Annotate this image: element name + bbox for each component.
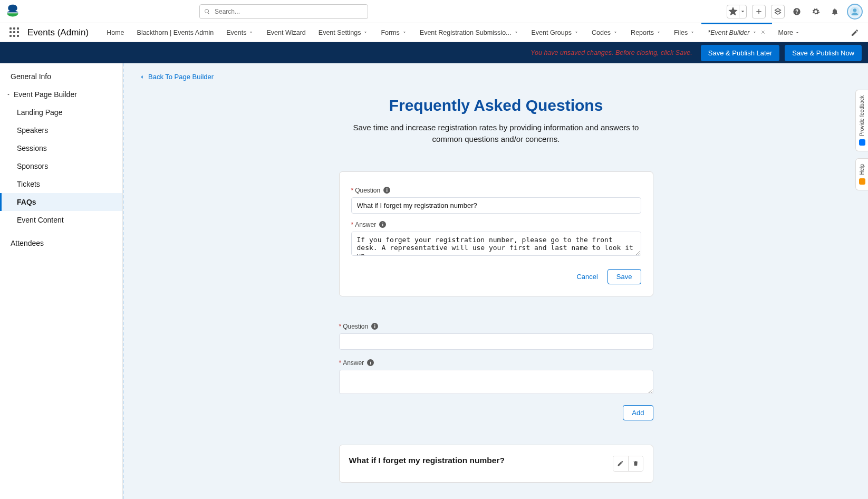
back-to-page-builder-link[interactable]: Back To Page Builder <box>139 73 853 81</box>
save-publish-later-button[interactable]: Save & Publish Later <box>701 45 779 61</box>
sidebar-item-tickets[interactable]: Tickets <box>0 175 122 193</box>
chevron-down-icon[interactable] <box>248 29 254 36</box>
setup-gear-icon[interactable] <box>809 5 823 18</box>
page-subtitle: Save time and increase registration rate… <box>349 122 644 145</box>
trash-icon <box>632 460 639 467</box>
feedback-icon <box>859 139 865 146</box>
builder-sidebar: General Info Event Page Builder Landing … <box>0 63 123 499</box>
nav-tabs: Home Blackthorn | Events Admin Events Ev… <box>100 23 843 42</box>
global-actions-icon[interactable] <box>752 5 766 18</box>
close-tab-icon[interactable] <box>760 29 766 36</box>
sidebar-item-sessions[interactable]: Sessions <box>0 139 122 157</box>
delete-faq-button[interactable] <box>628 456 643 471</box>
faq-edit-card: *Questioni *Answeri Cancel Save <box>339 171 653 296</box>
svg-point-1 <box>853 8 857 12</box>
help-tab[interactable]: Help <box>855 158 868 190</box>
chevron-down-icon[interactable] <box>574 29 579 36</box>
favorites-dropdown[interactable] <box>727 5 747 18</box>
unsaved-warning: You have unsaved changes. Before closing… <box>531 49 692 56</box>
header-utility-icons <box>727 4 863 20</box>
question-input[interactable] <box>351 197 641 214</box>
sidebar-item-faqs[interactable]: FAQs <box>0 193 122 211</box>
help-icon[interactable] <box>790 5 804 18</box>
answer-label: *Answeri <box>339 359 653 367</box>
main-content: Back To Page Builder Frequently Asked Qu… <box>123 63 868 499</box>
info-icon[interactable]: i <box>371 323 378 330</box>
nav-tab-registration-submissions[interactable]: Event Registration Submissio... <box>413 23 525 42</box>
answer-textarea[interactable] <box>351 232 641 256</box>
chevron-down-icon[interactable] <box>363 29 368 36</box>
chevron-down-icon[interactable] <box>613 29 618 36</box>
sidebar-item-sponsors[interactable]: Sponsors <box>0 157 122 175</box>
info-icon[interactable]: i <box>379 221 386 228</box>
action-bar: You have unsaved changes. Before closing… <box>0 42 868 63</box>
nav-tab-events-admin[interactable]: Blackthorn | Events Admin <box>131 23 220 42</box>
user-avatar[interactable] <box>847 4 863 20</box>
org-logo <box>5 3 20 20</box>
faq-question-text: What if I forget my registration number? <box>349 456 505 465</box>
app-name: Events (Admin) <box>27 27 89 38</box>
chevron-down-icon[interactable] <box>514 29 519 36</box>
save-publish-now-button[interactable]: Save & Publish Now <box>785 45 862 61</box>
answer-label: *Answeri <box>351 221 641 228</box>
answer-textarea[interactable] <box>339 370 653 394</box>
nav-tab-codes[interactable]: Codes <box>585 23 624 42</box>
nav-tab-more[interactable]: More <box>772 23 806 42</box>
edit-faq-button[interactable] <box>613 456 628 471</box>
faq-new-form: *Questioni *Answeri Add <box>339 323 653 420</box>
global-header <box>0 0 868 23</box>
question-label: *Questioni <box>351 187 641 194</box>
cancel-button[interactable]: Cancel <box>576 273 597 281</box>
chevron-down-icon <box>4 92 13 97</box>
save-button[interactable]: Save <box>607 269 641 284</box>
nav-tab-event-groups[interactable]: Event Groups <box>525 23 585 42</box>
nav-tab-reports[interactable]: Reports <box>624 23 668 42</box>
sidebar-item-speakers[interactable]: Speakers <box>0 121 122 139</box>
nav-tab-home[interactable]: Home <box>100 23 130 42</box>
question-input[interactable] <box>339 333 653 350</box>
chevron-down-icon[interactable] <box>402 29 407 36</box>
chevron-down-icon[interactable] <box>752 29 757 36</box>
edit-nav-pencil-icon[interactable] <box>848 26 862 40</box>
chevron-down-icon[interactable] <box>690 29 695 36</box>
sidebar-item-landing-page[interactable]: Landing Page <box>0 103 122 121</box>
question-label: *Questioni <box>339 323 653 330</box>
sidebar-item-event-content[interactable]: Event Content <box>0 211 122 229</box>
nav-tab-event-builder[interactable]: * Event Builder <box>701 23 771 42</box>
nav-tab-forms[interactable]: Forms <box>374 23 413 42</box>
sidebar-item-attendees[interactable]: Attendees <box>0 234 122 252</box>
nav-tab-event-wizard[interactable]: Event Wizard <box>260 23 312 42</box>
sidebar-item-general-info[interactable]: General Info <box>0 68 122 85</box>
sidebar-item-page-builder[interactable]: Event Page Builder <box>0 85 122 103</box>
add-button[interactable]: Add <box>623 405 653 420</box>
pencil-icon <box>617 460 624 467</box>
nav-tab-event-settings[interactable]: Event Settings <box>312 23 375 42</box>
app-nav-row: Events (Admin) Home Blackthorn | Events … <box>0 23 868 42</box>
provide-feedback-tab[interactable]: Provide feedback <box>855 90 868 151</box>
global-search[interactable] <box>199 4 368 19</box>
info-icon[interactable]: i <box>383 187 390 194</box>
nav-tab-events[interactable]: Events <box>220 23 260 42</box>
nav-tab-files[interactable]: Files <box>668 23 701 42</box>
help-icon <box>859 178 865 185</box>
salesforce-help-icon[interactable] <box>771 5 785 18</box>
page-title: Frequently Asked Questions <box>139 97 853 114</box>
app-launcher-icon[interactable] <box>9 27 20 38</box>
global-search-input[interactable] <box>214 7 363 16</box>
chevron-down-icon[interactable] <box>656 29 661 36</box>
notifications-bell-icon[interactable] <box>828 5 842 18</box>
faq-existing-card: What if I forget my registration number? <box>339 445 653 483</box>
chevron-left-icon <box>139 74 145 80</box>
faq-card-actions <box>613 456 643 472</box>
info-icon[interactable]: i <box>367 359 374 366</box>
